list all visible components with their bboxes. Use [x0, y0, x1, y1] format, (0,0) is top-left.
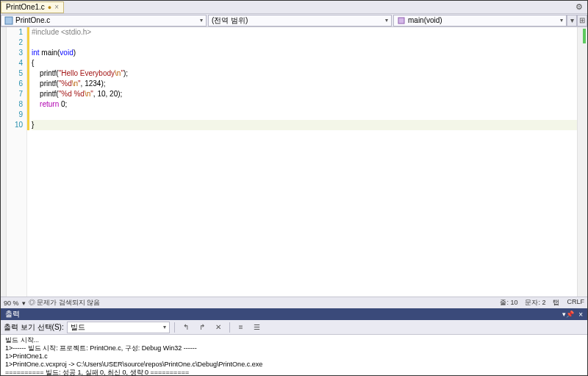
goto-prev-icon[interactable]: ↰: [179, 322, 193, 333]
split-pane-button[interactable]: ⊞: [577, 15, 587, 26]
list-icon[interactable]: ☰: [251, 322, 264, 333]
navigation-bar: PrintOne.c ▾ (전역 범위) ▾ main(void) ▾ ▾ ⊞: [1, 14, 587, 27]
nav-scope-dropdown[interactable]: (전역 범위) ▾: [208, 15, 392, 26]
zoom-dropdown-icon[interactable]: ▾: [22, 299, 26, 307]
cursor-char: 문자: 2: [525, 298, 545, 308]
zoom-level[interactable]: 90 %: [4, 299, 19, 307]
c-file-icon: [4, 16, 13, 25]
chevron-down-icon: ▾: [557, 17, 563, 24]
output-source-label: 출력 보기 선택(S):: [4, 322, 64, 333]
indent-mode[interactable]: 탭: [553, 298, 559, 308]
nav-member-dropdown[interactable]: main(void) ▾: [393, 15, 567, 26]
code-text-area[interactable]: #include <stdio.h> int main(void) { prin…: [27, 27, 577, 297]
file-tab-bar: PrintOne1.c ● × ⚙: [1, 1, 587, 14]
cursor-line: 줄: 10: [500, 298, 517, 308]
nav-file-dropdown[interactable]: PrintOne.c ▾: [1, 15, 207, 26]
separator: [229, 322, 230, 333]
file-tab-title: PrintOne1.c: [6, 3, 45, 11]
method-icon: [397, 16, 406, 25]
goto-next-icon[interactable]: ↱: [196, 322, 209, 333]
tab-settings-icon[interactable]: ⚙: [571, 2, 587, 12]
word-wrap-icon[interactable]: ≡: [234, 322, 248, 333]
split-view-button[interactable]: ▾: [567, 15, 577, 26]
file-tab[interactable]: PrintOne1.c ● ×: [1, 1, 64, 13]
close-tab-icon[interactable]: ×: [54, 3, 59, 11]
autohide-icon[interactable]: 📌: [566, 311, 574, 318]
close-panel-icon[interactable]: ×: [578, 311, 583, 319]
modified-indicator-icon: ●: [48, 4, 51, 11]
chevron-down-icon: ▾: [382, 17, 388, 24]
output-panel-header: 출력 ▾ 📌 ×: [1, 308, 587, 320]
clear-icon[interactable]: ✕: [212, 322, 225, 333]
chevron-down-icon: ▾: [163, 324, 166, 330]
scroll-change-marker: [583, 29, 586, 43]
line-number-gutter: 1 2 3 4 5 6 7 8 9 10: [7, 27, 27, 297]
editor-status-bar: 90 % ▾ ◎ 문제가 검색되지 않음 줄: 10 문자: 2 탭 CRLF: [1, 297, 587, 308]
output-panel-title: 출력: [5, 309, 20, 319]
output-toolbar: 출력 보기 선택(S): 빌드 ▾ ↰ ↱ ✕ ≡ ☰: [1, 320, 587, 335]
output-text[interactable]: 빌드 시작... 1>------ 빌드 시작: 프로젝트: PrintOne.…: [1, 335, 587, 375]
chevron-down-icon: ▾: [197, 17, 203, 24]
nav-scope-label: (전역 범위): [212, 15, 248, 26]
nav-member-label: main(void): [408, 16, 442, 24]
code-editor: 1 2 3 4 5 6 7 8 9 10 #include <stdio.h> …: [1, 27, 587, 297]
issues-status[interactable]: ◎ 문제가 검색되지 않음: [29, 298, 101, 308]
vertical-scrollbar[interactable]: [577, 27, 587, 297]
line-ending[interactable]: CRLF: [567, 298, 584, 308]
svg-rect-0: [5, 17, 12, 24]
indicator-margin: [1, 27, 7, 297]
change-marker-modified: [27, 27, 29, 130]
separator: [174, 322, 175, 333]
svg-rect-1: [398, 18, 404, 24]
nav-file-label: PrintOne.c: [15, 16, 50, 24]
output-source-dropdown[interactable]: 빌드 ▾: [67, 322, 170, 333]
